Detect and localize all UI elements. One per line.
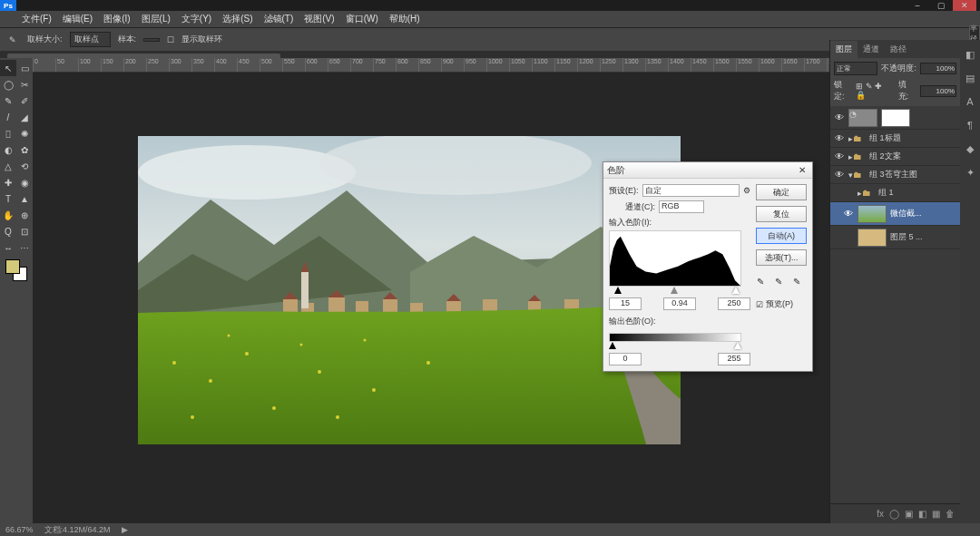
tool-button[interactable]: ◐	[0, 141, 16, 158]
tool-button[interactable]: ◢	[16, 109, 33, 125]
options-button[interactable]: 选项(T)...	[756, 249, 807, 266]
mask-icon[interactable]: ◯	[889, 509, 899, 519]
auto-button[interactable]: 自动(A)	[756, 228, 807, 244]
tool-button[interactable]: ◉	[16, 174, 33, 190]
output-slider[interactable]	[609, 342, 741, 351]
preview-checkbox[interactable]: ☑	[756, 300, 763, 309]
tab-channels[interactable]: 通道	[858, 41, 885, 58]
black-point-slider[interactable]	[614, 287, 622, 294]
menu-filter[interactable]: 滤镜(T)	[264, 13, 294, 25]
tool-button[interactable]: ⌷	[0, 125, 16, 141]
output-gradient[interactable]	[609, 333, 741, 342]
panel-shortcut-icon[interactable]: ▤	[963, 71, 977, 85]
opacity-input[interactable]: 100%	[920, 63, 956, 74]
panel-shortcut-icon[interactable]: ✦	[963, 165, 977, 180]
color-swatches[interactable]	[5, 259, 27, 281]
new-layer-icon[interactable]: ▦	[932, 509, 940, 519]
lock-icons[interactable]: ⊞ ✎ ✚ 🔒	[856, 82, 894, 100]
black-eyedropper-icon[interactable]: ✎	[757, 277, 769, 289]
trash-icon[interactable]: 🗑	[946, 509, 955, 519]
input-slider[interactable]	[609, 287, 741, 296]
menu-file[interactable]: 文件(F)	[22, 13, 52, 25]
tool-button[interactable]: ▭	[16, 60, 33, 76]
output-black-field[interactable]: 0	[609, 353, 642, 365]
levels-dialog[interactable]: 色阶 ✕ 预设(E): 自定 ⚙ 通道(C): RGB 输入色阶(I):	[603, 161, 813, 372]
input-gamma-field[interactable]: 0.94	[663, 297, 696, 310]
tool-button[interactable]: △	[0, 158, 16, 174]
ok-button[interactable]: 确定	[756, 184, 807, 200]
white-eyedropper-icon[interactable]: ✎	[793, 277, 806, 289]
zoom-level[interactable]: 66.67%	[5, 525, 34, 534]
tool-button[interactable]: ⊡	[16, 223, 33, 239]
preset-select[interactable]: 自定	[642, 184, 740, 197]
white-point-slider[interactable]	[732, 287, 740, 294]
tool-button[interactable]: ↖	[0, 60, 16, 76]
layer-row[interactable]: 图层 5 ...	[830, 226, 960, 249]
show-ring-checkbox[interactable]: ☐	[167, 35, 174, 44]
layer-group-row[interactable]: 👁 ▾ 🖿 组 3苍穹主图	[830, 166, 960, 184]
layer-group-row[interactable]: 👁 ▸ 🖿 组 2文案	[830, 148, 960, 166]
tool-button[interactable]: Q	[0, 223, 16, 239]
tool-button[interactable]: ⟲	[16, 158, 33, 174]
channel-select[interactable]: RGB	[659, 200, 704, 213]
adjustment-layer-row[interactable]: 👁 ◔	[830, 106, 960, 130]
gray-eyedropper-icon[interactable]: ✎	[775, 277, 788, 289]
fill-input[interactable]: 100%	[920, 85, 956, 97]
dialog-titlebar[interactable]: 色阶 ✕	[603, 162, 812, 179]
group-icon[interactable]: ◧	[918, 509, 926, 519]
sample-size-select[interactable]: 取样点	[70, 32, 111, 47]
panel-shortcut-icon[interactable]: ¶	[963, 118, 977, 132]
tool-button[interactable]: ↔	[0, 239, 16, 256]
output-white-field[interactable]: 255	[718, 353, 750, 365]
tab-paths[interactable]: 路径	[885, 41, 912, 58]
foreground-color[interactable]	[5, 259, 20, 274]
restore-button[interactable]: ▢	[929, 0, 953, 11]
layer-group-row[interactable]: 👁 ▸ 🖿 组 1标题	[830, 130, 960, 148]
output-black-slider[interactable]	[609, 342, 616, 349]
fx-icon[interactable]: fx	[877, 509, 884, 519]
tool-button[interactable]: ✋	[0, 207, 16, 223]
layers-list[interactable]: 👁 ◔ 👁 ▸ 🖿 组 1标题 👁 ▸ 🖿 组 2文案 👁 ▾ 🖿	[830, 106, 960, 503]
tool-button[interactable]: ✐	[16, 93, 33, 109]
tool-button[interactable]: ◯	[0, 76, 16, 93]
status-arrow-icon[interactable]: ▶	[122, 525, 128, 534]
menu-select[interactable]: 选择(S)	[222, 13, 252, 25]
layer-row[interactable]: 👁 微信截...	[830, 202, 960, 226]
menu-edit[interactable]: 编辑(E)	[63, 13, 93, 25]
layer-group-row[interactable]: ▸ 🖿 组 1	[830, 184, 960, 202]
gamma-slider[interactable]	[671, 287, 678, 294]
tool-button[interactable]: ▲	[16, 190, 33, 207]
panel-shortcut-icon[interactable]: ◧	[963, 47, 977, 62]
tool-button[interactable]: ✚	[0, 174, 16, 190]
tool-button[interactable]: ⋯	[16, 239, 33, 256]
menu-help[interactable]: 帮助(H)	[389, 13, 420, 25]
current-tool-icon[interactable]: ✎	[5, 33, 20, 47]
input-white-field[interactable]: 250	[718, 297, 750, 310]
menu-window[interactable]: 窗口(W)	[346, 13, 378, 25]
menu-type[interactable]: 文字(Y)	[181, 13, 211, 25]
panel-shortcut-icon[interactable]: ◆	[963, 141, 977, 156]
visibility-icon[interactable]: 👁	[830, 112, 848, 122]
visibility-icon[interactable]: 👁	[839, 209, 858, 219]
close-button[interactable]: ✕	[953, 0, 976, 11]
doc-info[interactable]: 文档:4.12M/64.2M	[44, 524, 111, 536]
blend-mode-select[interactable]: 正常	[834, 62, 877, 75]
tool-button[interactable]: ✂	[16, 76, 33, 93]
tool-button[interactable]: ✺	[16, 125, 33, 141]
tool-button[interactable]: ⊕	[16, 207, 33, 223]
tool-button[interactable]: /	[0, 109, 16, 125]
preset-gear-icon[interactable]: ⚙	[743, 186, 750, 195]
panel-shortcut-icon[interactable]: A	[963, 94, 977, 109]
visibility-icon[interactable]: 👁	[830, 170, 848, 180]
dialog-close-icon[interactable]: ✕	[796, 165, 808, 175]
menu-view[interactable]: 视图(V)	[304, 13, 334, 25]
tab-layers[interactable]: 图层	[830, 41, 858, 58]
ruler-horizontal[interactable]: 0501001502002503003504004505005506006507…	[33, 58, 829, 73]
minimize-button[interactable]: –	[906, 0, 929, 11]
cancel-button[interactable]: 复位	[756, 206, 807, 222]
visibility-icon[interactable]: 👁	[830, 133, 848, 143]
menu-image[interactable]: 图像(I)	[103, 13, 130, 25]
menu-layer[interactable]: 图层(L)	[142, 13, 171, 25]
output-white-slider[interactable]	[734, 342, 741, 349]
document-canvas[interactable]	[138, 136, 681, 444]
